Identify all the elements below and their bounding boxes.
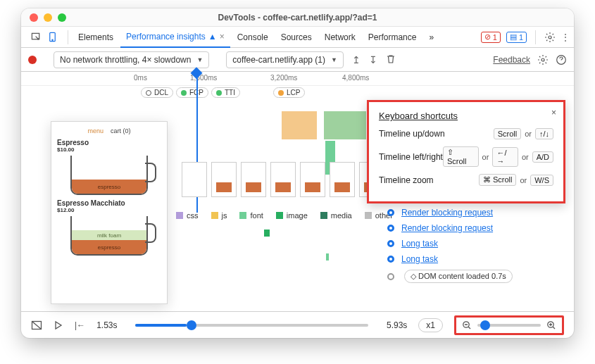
target-label: coffee-cart.netlify.app (1) (232, 55, 325, 65)
shortcut-label: Timeline zoom (379, 175, 434, 185)
metric-lcp[interactable]: LCP (273, 87, 305, 98)
legend-js: js (222, 211, 227, 220)
timeline-panel: 0ms 1,600ms 3,200ms 4,800ms DCL FCP TTI … (21, 72, 574, 311)
frame-thumb[interactable] (300, 162, 325, 197)
preview-nav-cart: cart (0) (111, 127, 131, 134)
toggle-layout-icon[interactable] (31, 320, 42, 331)
import-icon[interactable]: ↧ (369, 54, 377, 65)
layer-espresso: espresso (72, 180, 146, 194)
issues-badge[interactable]: ▤1 (506, 32, 527, 43)
resource-bar[interactable] (264, 230, 270, 237)
time-end: 5.93s (387, 320, 407, 330)
insight-row[interactable]: Render blocking request (387, 223, 563, 233)
zoom-out-icon[interactable] (462, 320, 472, 330)
frame-thumb[interactable] (330, 162, 355, 197)
preview-item-price: $12.00 (57, 207, 161, 213)
tab-strip: Elements Performance insights ▲ × Consol… (21, 27, 574, 48)
legend-image: image (287, 211, 308, 220)
time-slider[interactable] (135, 324, 368, 327)
keyboard-shortcuts-popup: Keyboard shortcuts × Timeline up/down Sc… (367, 100, 565, 203)
task-bar[interactable] (324, 111, 366, 139)
tab-performance-insights[interactable]: Performance insights ▲ × (120, 27, 230, 48)
close-icon[interactable]: × (551, 108, 556, 118)
tab-label: Performance insights (126, 27, 206, 46)
close-tab-icon[interactable]: × (220, 27, 225, 46)
delete-icon[interactable] (386, 54, 396, 65)
target-select[interactable]: coffee-cart.netlify.app (1)▼ (226, 51, 344, 68)
footer-toolbar: |← 1.53s 5.93s x1 (21, 311, 574, 338)
legend-font: font (250, 211, 263, 220)
tab-sources[interactable]: Sources (275, 27, 318, 48)
key: ←/→ (492, 147, 518, 167)
svg-point-4 (541, 58, 544, 61)
inspect-icon[interactable] (31, 32, 42, 42)
zoom-slider[interactable] (477, 324, 541, 327)
record-button[interactable] (28, 56, 37, 64)
rewind-icon[interactable]: |← (75, 320, 85, 330)
tab-console[interactable]: Console (232, 27, 274, 48)
tab-network[interactable]: Network (319, 27, 361, 48)
svg-point-3 (549, 36, 551, 39)
tab-elements[interactable]: Elements (73, 27, 119, 48)
legend-css: css (187, 211, 199, 220)
playback-speed[interactable]: x1 (418, 318, 443, 332)
preview-mug: milk foam espresso (70, 216, 148, 256)
popup-title: Keyboard shortcuts (379, 111, 553, 121)
toolbar: No network throttling, 4× slowdown▼ coff… (21, 48, 574, 72)
metric-fcp[interactable]: FCP (176, 87, 208, 98)
zoom-in-icon[interactable] (546, 320, 556, 330)
key: Scroll (494, 128, 522, 139)
key: ⇧ Scroll (443, 146, 479, 167)
svg-point-2 (52, 39, 53, 40)
insight-row[interactable]: Long task (387, 239, 563, 249)
error-badge[interactable]: ⊘1 (481, 32, 501, 43)
slider-knob[interactable] (480, 320, 490, 330)
metrics-row-2: LCP (273, 87, 305, 98)
feedback-link[interactable]: Feedback (493, 55, 530, 65)
window-title: DevTools - coffee-cart.netlify.app/?ad=1 (21, 13, 574, 23)
key: ↑/↓ (535, 128, 553, 139)
flask-icon: ▲ (208, 27, 217, 46)
frame-thumb[interactable] (241, 162, 266, 197)
export-icon[interactable]: ↥ (352, 54, 361, 65)
key: A/D (532, 151, 553, 163)
metric-dcl[interactable]: DCL (141, 87, 173, 98)
play-icon[interactable] (54, 320, 63, 330)
device-icon[interactable] (47, 32, 58, 42)
time-ruler[interactable]: 0ms 1,600ms 3,200ms 4,800ms (21, 72, 574, 86)
insight-row[interactable]: ◇ DOM content loaded 0.7s (387, 270, 563, 283)
more-icon[interactable]: ⋮ (561, 32, 570, 42)
layer-espresso: espresso (72, 240, 146, 254)
shortcut-label: Timeline up/down (379, 129, 445, 139)
preview-nav-menu: menu (87, 127, 104, 134)
frame-preview: menu cart (0) Espresso $10.00 espresso E… (51, 121, 168, 304)
tab-performance[interactable]: Performance (363, 27, 422, 48)
devtools-window: DevTools - coffee-cart.netlify.app/?ad=1… (21, 8, 574, 338)
tabs-overflow[interactable]: » (423, 27, 439, 48)
frame-thumb[interactable] (182, 162, 207, 197)
preview-item-price: $10.00 (57, 146, 161, 153)
panel-settings-icon[interactable] (537, 54, 549, 65)
layer-milk: milk foam (72, 230, 146, 240)
filmstrip (182, 162, 384, 197)
network-track[interactable] (137, 225, 349, 261)
shortcut-label: Timeline left/right (379, 152, 443, 162)
metric-tti[interactable]: TTI (211, 87, 240, 98)
time-start: 1.53s (96, 320, 117, 330)
slider-knob[interactable] (187, 320, 196, 330)
event-chip[interactable]: ◇ DOM content loaded 0.7s (404, 270, 513, 283)
frame-thumb[interactable] (270, 162, 296, 197)
help-icon[interactable] (556, 54, 567, 65)
insight-row[interactable]: Long task (387, 254, 563, 264)
frame-thumb[interactable] (211, 162, 237, 197)
legend-media: media (331, 211, 352, 220)
throttle-select[interactable]: No network throttling, 4× slowdown▼ (54, 51, 209, 68)
preview-mug: espresso (70, 156, 148, 195)
throttle-label: No network throttling, 4× slowdown (60, 55, 191, 65)
settings-icon[interactable] (544, 32, 556, 43)
resource-bar[interactable] (326, 253, 329, 261)
task-bar[interactable] (282, 111, 317, 139)
key: ⌘ Scroll (479, 174, 517, 186)
titlebar: DevTools - coffee-cart.netlify.app/?ad=1 (21, 8, 574, 27)
insight-row[interactable]: Render blocking request (387, 208, 563, 218)
